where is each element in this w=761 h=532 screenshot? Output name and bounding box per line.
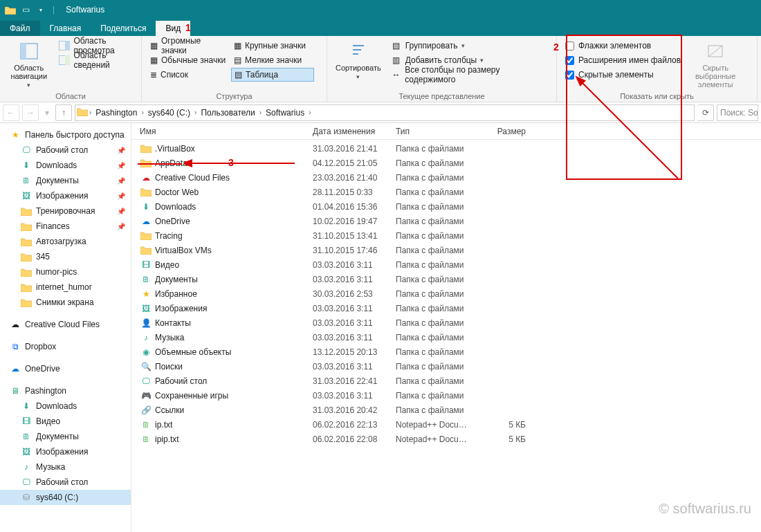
sidebar-quick-item[interactable]: 🖼Изображения📌 [0,188,131,203]
table-row[interactable]: ★Избранное30.03.2016 2:53Папка с файлами [131,286,761,301]
table-row[interactable]: ◉Объемные объекты13.12.2015 20:13Папка с… [131,345,761,359]
chevron-down-icon: ▾ [356,73,360,80]
table-row[interactable]: 🎮Сохраненные игры03.03.2016 3:11Папка с … [131,388,761,403]
table-row[interactable]: ♪Музыка03.03.2016 3:11Папка с файлами [131,330,761,345]
checkbox-file-extensions[interactable]: Расширения имен файлов [562,53,684,67]
qat-dropdown-icon[interactable]: ▾ [35,3,47,16]
group-icon: ▤ [391,40,402,51]
table-row[interactable]: 🔍Поиски03.03.2016 3:11Папка с файлами [131,359,761,374]
layout-extra-large[interactable]: ▦Огромные значки [147,39,230,53]
tab-share[interactable]: Поделиться [91,21,156,36]
checkbox-item-flags[interactable]: Флажки элементов [562,39,684,53]
table-row[interactable]: 🗎ipip.txt06.02.2016 22:08Notepad++ Docu…… [131,432,761,446]
col-type[interactable]: Тип [396,127,479,136]
table-row[interactable]: AppData04.12.2015 21:05Папка с файлами [131,156,761,170]
nav-pane-icon [18,40,40,62]
col-name[interactable]: Имя [140,127,313,136]
sidebar-quick-access[interactable]: ★Панель быстрого доступа [0,127,131,143]
table-row[interactable]: ☁Creative Cloud Files23.03.2016 21:40Пап… [131,170,761,185]
sidebar-dropbox[interactable]: ⧉Dropbox [0,339,131,354]
table-row[interactable]: 🔗Ссылки31.03.2016 20:42Папка с файлами [131,403,761,417]
checkbox-hidden-items[interactable]: Скрытые элементы [562,68,684,82]
sidebar-quick-item[interactable]: Тренировочная📌 [0,203,131,219]
table-row[interactable]: Tracing31.10.2015 13:41Папка с файлами [131,228,761,243]
sidebar-quick-item[interactable]: 🖵Рабочий стол📌 [0,143,131,158]
sm-icons-icon: ▤ [234,55,241,65]
layout-small[interactable]: ▤Мелкие значки [231,53,314,67]
sidebar-pc-item[interactable]: ⬇Downloads [0,398,131,414]
sidebar-pc-item[interactable]: ⛁sys640 (C:) [0,490,131,505]
layout-medium[interactable]: ▦Обычные значки [147,53,230,67]
table-row[interactable]: 🎞Видео03.03.2016 3:11Папка с файлами [131,257,761,272]
col-date[interactable]: Дата изменения [313,127,396,136]
crumb-3[interactable]: Softwarius [263,107,307,119]
col-size[interactable]: Размер [479,127,534,136]
back-button[interactable]: ← [3,104,19,121]
sidebar-pc-item[interactable]: 🎞Видео [0,414,131,429]
breadcrumb[interactable]: › Pashington› sys640 (C:)› Пользователи›… [75,104,695,121]
links-icon: 🔗 [140,405,152,416]
sidebar-ccf[interactable]: ☁Creative Cloud Files [0,317,131,332]
tab-home[interactable]: Главная [40,21,91,36]
svg-rect-1 [21,44,26,59]
sidebar-quick-item[interactable]: ⬇Downloads📌 [0,158,131,173]
sort-button[interactable]: Сортировать ▾ [333,39,384,82]
table-row[interactable]: 🖵Рабочий стол31.03.2016 22:41Папка с фай… [131,374,761,388]
file-date: 04.12.2015 21:05 [313,158,396,168]
file-date: 10.02.2016 19:47 [313,217,396,226]
crumb-0[interactable]: Pashington [93,107,140,119]
tab-file[interactable]: Файл [0,21,40,36]
checkbox-hidden-input[interactable] [565,71,574,80]
search-input[interactable]: Поиск: Soft [717,104,758,121]
sidebar-quick-item[interactable]: humor-pics [0,264,131,279]
checkbox-flags-input[interactable] [565,42,574,51]
table-row[interactable]: 👤Контакты03.03.2016 3:11Папка с файлами [131,315,761,330]
layout-list[interactable]: ≣Список [147,68,230,82]
table-row[interactable]: .VirtualBox31.03.2016 21:41Папка с файла… [131,141,761,156]
qat-properties-icon[interactable]: ▭ [19,3,32,16]
file-type: Папка с файлами [396,144,479,154]
file-name: Tracing [155,231,313,241]
crumb-1[interactable]: sys640 (C:) [145,107,193,119]
downloads-icon: ⬇ [140,201,152,212]
recent-dropdown[interactable]: ▾ [42,104,53,121]
nav-pane-button[interactable]: Область навигации ▾ [6,39,52,90]
sidebar-thispc[interactable]: 🖥Pashington [0,383,131,398]
hide-selected-button[interactable]: Скрыть выбранные элементы [688,39,743,90]
sidebar-pc-item[interactable]: 🗎Документы [0,429,131,444]
group-by-button[interactable]: ▤Группировать▾ [388,39,551,53]
table-row[interactable]: 🗎ip.txt06.02.2016 22:13Notepad++ Docu…5 … [131,417,761,432]
autosize-icon: ↔ [391,69,401,80]
file-type: Папка с файлами [396,231,479,241]
sidebar-quick-item[interactable]: internet_humor [0,279,131,295]
table-row[interactable]: ☁OneDrive10.02.2016 19:47Папка с файлами [131,214,761,228]
forward-button[interactable]: → [22,104,39,121]
table-row[interactable]: VirtualBox VMs31.10.2015 17:46Папка с фа… [131,243,761,257]
up-button[interactable]: ↑ [55,104,72,121]
details-pane-button[interactable]: Область сведений [56,53,136,67]
table-row[interactable]: Doctor Web28.11.2015 0:33Папка с файлами [131,185,761,199]
table-row[interactable]: 🖼Изображения03.03.2016 3:11Папка с файла… [131,301,761,315]
sidebar-quick-item[interactable]: Снимки экрана [0,295,131,310]
checkbox-ext-input[interactable] [565,56,574,65]
autosize-columns-button[interactable]: ↔Все столбцы по размеру содержимого [388,68,551,82]
xl-icons-icon: ▦ [150,41,158,51]
table-row[interactable]: 🗎Документы03.03.2016 3:11Папка с файлами [131,272,761,286]
sidebar-onedrive[interactable]: ☁OneDrive [0,361,131,376]
star-icon: ★ [10,129,21,140]
sidebar-pc-item[interactable]: 🖼Изображения [0,444,131,459]
sidebar-pc-item[interactable]: 🖵Рабочий стол [0,475,131,490]
tab-view[interactable]: Вид [156,21,190,36]
table-row[interactable]: ⬇Downloads01.04.2016 15:36Папка с файлам… [131,199,761,214]
layout-details[interactable]: ▤Таблица [231,68,314,82]
refresh-button[interactable]: ⟳ [697,104,714,121]
sidebar-quick-item[interactable]: Автозагрузка [0,234,131,249]
sidebar-quick-item[interactable]: Finances📌 [0,219,131,234]
sidebar-quick-item[interactable]: 🗎Документы📌 [0,173,131,188]
file-type: Папка с файлами [396,391,479,401]
file-date: 31.03.2016 22:41 [313,376,396,386]
layout-large[interactable]: ▦Крупные значки [231,39,314,53]
sidebar-pc-item[interactable]: ♪Музыка [0,459,131,475]
crumb-2[interactable]: Пользователи [198,107,257,119]
sidebar-quick-item[interactable]: 345 [0,249,131,264]
